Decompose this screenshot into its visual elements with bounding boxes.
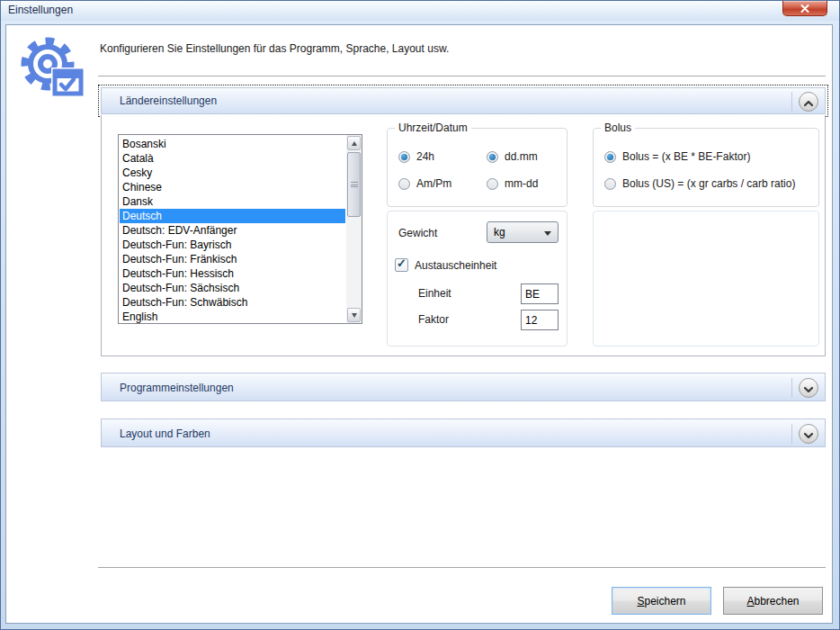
language-listbox[interactable]: Bosanski Català Cesky Chinese Dansk Deut… [118, 134, 362, 324]
factor-label: Faktor [418, 313, 449, 326]
weight-label: Gewicht [398, 227, 437, 239]
radio-ddmm[interactable]: dd.mm [487, 150, 538, 163]
dialog-body: Konfigurieren Sie Einstellungen für das … [5, 24, 833, 624]
triangle-down-icon [352, 313, 357, 318]
header-separator [791, 424, 792, 444]
list-item[interactable]: Chinese [120, 180, 345, 194]
radio-label: Am/Pm [416, 177, 451, 190]
radio-mmdd[interactable]: mm-dd [487, 177, 538, 190]
list-scrollbar[interactable] [346, 135, 362, 323]
list-item[interactable]: Deutsch [120, 209, 345, 223]
list-item[interactable]: English [120, 310, 345, 324]
list-item[interactable]: Deutsch-Fun: Bayrisch [120, 238, 345, 252]
collapse-button-country[interactable] [799, 92, 818, 112]
checkbox-icon[interactable] [395, 258, 408, 272]
radio-icon[interactable] [604, 151, 616, 163]
chevron-down-icon [804, 426, 813, 442]
bolus-groupbox: Bolus Bolus = (x BE * BE-Faktor) Bolus (… [593, 128, 819, 207]
section-title-program: Programmeinstellungen [120, 382, 234, 394]
list-item[interactable]: Deutsch-Fun: Schwäbisch [120, 295, 345, 310]
weight-unit-value: kg [494, 226, 505, 238]
exchange-unit-label: Austauscheinheit [415, 259, 496, 272]
radio-label: 24h [416, 150, 434, 163]
radio-bolus-be[interactable]: Bolus = (x BE * BE-Faktor) [604, 150, 750, 163]
radio-icon[interactable] [604, 178, 616, 190]
save-button[interactable]: Speichern [612, 587, 711, 615]
save-button-label: Speichern [612, 595, 710, 608]
scroll-up-button[interactable] [347, 136, 361, 150]
cancel-button[interactable]: Abbrechen [723, 587, 823, 615]
cancel-button-label: Abbrechen [724, 595, 822, 608]
close-icon [800, 0, 809, 16]
settings-gear-icon [18, 36, 86, 101]
list-item[interactable]: Deutsch: EDV-Anfänger [120, 223, 345, 238]
top-separator [98, 76, 826, 76]
bolus-legend: Bolus [601, 122, 635, 134]
language-list: Bosanski Català Cesky Chinese Dansk Deut… [120, 137, 345, 324]
radio-icon[interactable] [398, 178, 410, 190]
unit-label: Einheit [418, 287, 451, 300]
bottom-separator [98, 567, 826, 568]
scroll-down-button[interactable] [347, 308, 361, 322]
header-separator [791, 92, 792, 112]
radio-icon[interactable] [487, 151, 498, 163]
triangle-up-icon [352, 141, 357, 146]
section-title-country: Ländereinstellungen [120, 94, 217, 107]
radio-label: Bolus (US) = (x gr carbs / carb ratio) [622, 177, 795, 190]
timedate-legend: Uhrzeit/Datum [395, 122, 471, 134]
chevron-down-icon [804, 380, 813, 396]
dialog-description: Konfigurieren Sie Einstellungen für das … [100, 42, 449, 55]
exchange-unit-checkbox-row[interactable]: Austauscheinheit [395, 258, 496, 272]
weight-groupbox: Gewicht kg Austauscheinheit Einheit Fakt… [387, 211, 567, 346]
title-bar[interactable]: Einstellungen [1, 1, 839, 21]
radio-label: mm-dd [505, 177, 538, 190]
section-header-layout[interactable]: Layout und Farben [101, 418, 826, 447]
weight-unit-dropdown[interactable]: kg [487, 221, 559, 243]
radio-icon[interactable] [487, 178, 498, 190]
window-title: Einstellungen [8, 4, 73, 16]
unit-input[interactable] [521, 284, 559, 304]
close-button[interactable] [782, 1, 827, 16]
list-item[interactable]: Dansk [120, 194, 345, 209]
timedate-groupbox: Uhrzeit/Datum 24h dd.mm Am/Pm mm-dd [387, 128, 567, 207]
empty-panel [593, 211, 819, 346]
expand-button-layout[interactable] [799, 424, 818, 444]
list-item[interactable]: Deutsch-Fun: Hessisch [120, 266, 345, 281]
radio-label: Bolus = (x BE * BE-Faktor) [622, 150, 750, 163]
list-item[interactable]: Cesky [120, 166, 345, 180]
section-header-country[interactable]: Ländereinstellungen [101, 87, 826, 114]
chevron-up-icon [804, 94, 813, 110]
list-item[interactable]: Bosanski [120, 137, 345, 151]
factor-input[interactable] [521, 310, 559, 330]
section-header-program[interactable]: Programmeinstellungen [101, 373, 826, 401]
radio-icon[interactable] [398, 151, 410, 163]
radio-label: dd.mm [505, 150, 538, 163]
radio-24h[interactable]: 24h [398, 150, 434, 163]
scrollbar-thumb[interactable] [347, 152, 361, 217]
settings-window: Einstellungen Konfigurieren Sie Einstell… [0, 0, 840, 630]
list-item[interactable]: Català [120, 151, 345, 166]
section-title-layout: Layout und Farben [120, 428, 210, 440]
list-item[interactable]: Deutsch-Fun: Sächsisch [120, 281, 345, 295]
radio-bolus-us[interactable]: Bolus (US) = (x gr carbs / carb ratio) [604, 177, 795, 190]
header-separator [791, 378, 792, 398]
section-content-country: Bosanski Català Cesky Chinese Dansk Deut… [101, 115, 826, 356]
radio-ampm[interactable]: Am/Pm [398, 177, 451, 190]
expand-button-program[interactable] [799, 378, 818, 398]
list-item[interactable]: Deutsch-Fun: Fränkisch [120, 252, 345, 266]
scrollbar-grip [351, 182, 358, 187]
dropdown-arrow-icon [544, 231, 551, 236]
